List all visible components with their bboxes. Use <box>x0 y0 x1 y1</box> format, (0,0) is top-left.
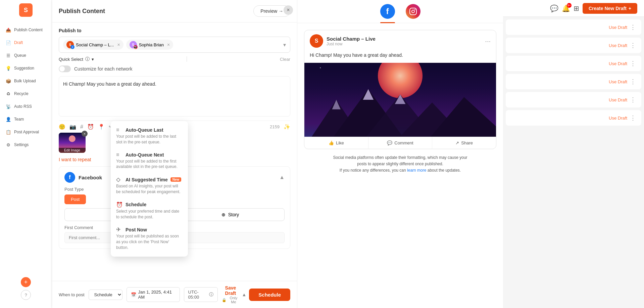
save-draft-button[interactable]: Save Draft 🔒 Only Me <box>222 285 239 304</box>
post-now-item[interactable]: ✈ Post Now Your post will be published a… <box>111 223 188 254</box>
sidebar-add-button[interactable]: + <box>21 277 31 287</box>
share-button[interactable]: ↗ Share <box>432 137 496 149</box>
sidebar-item-label: Draft <box>14 40 23 45</box>
clock-icon[interactable]: ⏰ <box>87 124 94 130</box>
sidebar-item-label: Bulk Upload <box>14 79 36 83</box>
modal-header: Publish Content Preview → <box>52 0 297 23</box>
draft-item: Use Draft ⋮ <box>506 74 641 89</box>
create-new-draft-button[interactable]: Create New Draft + <box>583 3 637 14</box>
auto-queue-last-item[interactable]: ≡ Auto-Queue Last Your post will be adde… <box>111 124 188 148</box>
draft-more-button[interactable]: ⋮ <box>630 78 636 85</box>
sidebar: S 📤 Publish Content 📄 Draft ☰ Queue 💡 Su… <box>0 0 52 308</box>
info-icon: ⓘ <box>209 292 213 298</box>
save-draft-expand-button[interactable]: ▲ <box>242 292 246 297</box>
edit-image-label[interactable]: Edit Image <box>59 148 86 153</box>
account-selector-arrow[interactable]: ▾ <box>283 42 286 48</box>
use-draft-button[interactable]: Use Draft <box>609 43 627 48</box>
magic-wand-icon[interactable]: ✨ <box>284 124 290 130</box>
post-type-post-button[interactable]: Post <box>64 194 86 204</box>
ai-suggested-item[interactable]: ◇ AI Suggested Time New Based on AI insi… <box>111 173 188 198</box>
sidebar-item-settings[interactable]: ⚙ Settings <box>0 138 52 151</box>
post-text-area[interactable]: Hi Champ! May you have a great day ahead… <box>59 76 290 117</box>
schedule-button[interactable]: Schedule <box>249 289 290 301</box>
learn-more-link[interactable]: learn more <box>407 168 426 173</box>
customize-toggle[interactable] <box>59 65 71 72</box>
draft-more-button[interactable]: ⋮ <box>630 42 636 49</box>
preview-image-svg <box>304 63 496 137</box>
settings-icon: ⚙ <box>5 142 11 148</box>
quick-select-button[interactable]: Quick Select ⓘ ▾ <box>59 56 94 62</box>
sophia-avatar: S 📷 <box>130 41 137 48</box>
timezone-value: UTC-05:00 <box>188 290 207 300</box>
image-remove-button[interactable]: × <box>82 131 88 137</box>
remove-sb-button[interactable]: × <box>167 42 170 47</box>
use-draft-button[interactable]: Use Draft <box>609 25 627 30</box>
use-draft-button[interactable]: Use Draft <box>609 116 627 121</box>
sidebar-item-approval[interactable]: 📋 Post Approval <box>0 126 52 138</box>
post-text[interactable]: Hi Champ! May you have a great day ahead… <box>63 81 286 88</box>
comment-button[interactable]: 💬 Comment <box>368 137 433 149</box>
instagram-preview-tab[interactable] <box>406 4 420 19</box>
facebook-badge: f <box>70 45 75 49</box>
chevron-down-icon: ▾ <box>92 57 94 62</box>
image-icon[interactable]: 📷 <box>69 124 76 130</box>
customize-row: Customize for each network <box>59 65 290 72</box>
modal-footer: When to post Schedule 📅 Jan 1, 2025, 4:4… <box>52 281 297 308</box>
clear-button[interactable]: Clear <box>280 57 290 62</box>
draft-more-button[interactable]: ⋮ <box>630 60 636 67</box>
draft-item: Use Draft ⋮ <box>506 38 641 53</box>
schedule-item[interactable]: ⏰ Schedule Select your preferred time an… <box>111 198 188 223</box>
story-button[interactable]: ⊕ Story <box>176 208 285 221</box>
draft-more-button[interactable]: ⋮ <box>630 114 636 122</box>
sidebar-item-queue[interactable]: ☰ Queue <box>0 49 52 62</box>
grid-icon[interactable]: ⊞ <box>574 4 579 12</box>
emoji-icon[interactable]: 🙂 <box>59 124 65 130</box>
when-to-post-select[interactable]: Schedule <box>89 290 122 300</box>
bell-icon[interactable]: 🔔9+ <box>562 4 570 12</box>
instagram-circle-icon <box>406 4 420 19</box>
svg-point-1 <box>69 135 76 142</box>
chat-icon[interactable]: 💬 <box>550 4 558 12</box>
svg-point-12 <box>320 67 321 68</box>
sidebar-item-bulk[interactable]: 📦 Bulk Upload <box>0 75 52 87</box>
toggle-knob <box>59 66 65 72</box>
sidebar-help-button[interactable]: ? <box>21 290 31 300</box>
timezone-pill[interactable]: UTC-05:00 ⓘ <box>184 287 218 302</box>
sidebar-item-team[interactable]: 👤 Team <box>0 113 52 126</box>
rss-icon: 📡 <box>5 103 11 109</box>
new-badge: New <box>170 177 182 182</box>
social-champ-avatar: S f <box>66 41 74 48</box>
auto-queue-next-item[interactable]: ≡ Auto-Queue Next Your post will be adde… <box>111 148 188 173</box>
facebook-collapse-button[interactable]: ▲ <box>279 174 285 180</box>
location-icon[interactable]: 📍 <box>98 124 105 130</box>
sidebar-item-label: Recycle <box>14 91 29 96</box>
facebook-circle-icon: f <box>380 4 395 19</box>
sidebar-item-draft[interactable]: 📄 Draft <box>0 36 52 49</box>
modal-close-button[interactable]: × <box>284 5 293 15</box>
like-button[interactable]: 👍 Like <box>304 137 368 149</box>
plus-icon: + <box>629 6 631 11</box>
draft-more-button[interactable]: ⋮ <box>630 24 636 31</box>
facebook-preview-tab[interactable]: f <box>380 4 395 19</box>
image-area: × Edit Image <box>59 133 86 153</box>
sidebar-item-suggestion[interactable]: 💡 Suggestion <box>0 62 52 75</box>
approval-icon: 📋 <box>5 129 11 135</box>
svg-rect-2 <box>410 8 416 15</box>
use-draft-button[interactable]: Use Draft <box>609 79 627 84</box>
date-time-value: Jan 1, 2025, 4:41 AM <box>138 290 176 300</box>
auto-queue-last-desc: Your post will be added to the last slot… <box>116 134 183 145</box>
sidebar-item-recycle[interactable]: ♻ Recycle <box>0 87 52 100</box>
draft-more-button[interactable]: ⋮ <box>630 96 636 103</box>
sidebar-item-publish[interactable]: 📤 Publish Content <box>0 24 52 36</box>
post-more-button[interactable]: ··· <box>485 37 491 45</box>
remove-sc-button[interactable]: × <box>117 42 120 47</box>
svg-point-4 <box>414 9 415 10</box>
use-draft-button[interactable]: Use Draft <box>609 97 627 102</box>
account-selector[interactable]: S f Social Champ – L... × S 📷 Sophia Bri… <box>59 37 290 53</box>
sidebar-logo: S <box>19 3 33 17</box>
use-draft-button[interactable]: Use Draft <box>609 61 627 66</box>
hashtag-icon[interactable]: # <box>80 124 83 130</box>
sidebar-item-rss[interactable]: 📡 Auto RSS <box>0 100 52 113</box>
date-time-pill[interactable]: 📅 Jan 1, 2025, 4:41 AM <box>127 287 180 302</box>
modal-title: Publish Content <box>59 8 105 15</box>
